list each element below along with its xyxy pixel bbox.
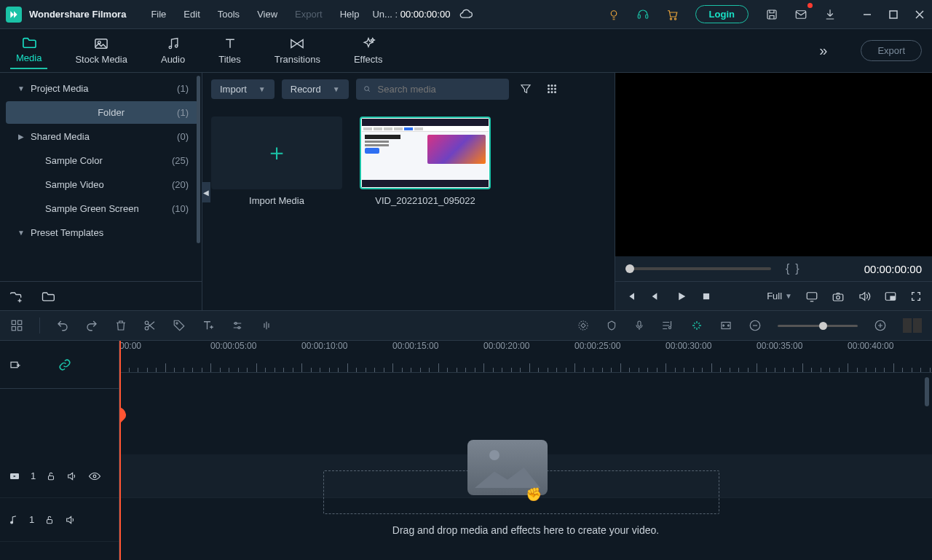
svg-point-16: [548, 88, 550, 90]
mute-icon[interactable]: [66, 470, 78, 482]
menu-file[interactable]: File: [143, 6, 173, 23]
video-track-row[interactable]: ✊ Drag and drop media and effects here t…: [119, 454, 932, 498]
zoom-out-icon[interactable]: [749, 319, 762, 332]
zoom-in-icon[interactable]: [874, 319, 887, 332]
record-dropdown[interactable]: Record▼: [282, 79, 349, 99]
download-icon[interactable]: [820, 4, 840, 25]
add-text-icon[interactable]: [202, 319, 215, 332]
adjust-icon[interactable]: [231, 319, 244, 332]
import-dropdown[interactable]: Import▼: [211, 79, 275, 99]
audio-wave-icon[interactable]: [260, 319, 273, 332]
prev-frame-icon[interactable]: [625, 291, 637, 302]
grid-view-icon[interactable]: [542, 79, 561, 98]
quality-dropdown[interactable]: Full▼: [767, 291, 792, 301]
sidebar-item[interactable]: ▼Preset Templates: [6, 221, 199, 244]
svg-point-3: [670, 17, 671, 19]
snapshot-icon[interactable]: [832, 291, 845, 302]
tag-icon[interactable]: [173, 319, 186, 332]
timeline-ruler[interactable]: 00:0000:00:05:0000:00:10:0000:00:15:0000…: [119, 341, 932, 373]
marker-icon[interactable]: [606, 319, 617, 332]
svg-point-18: [554, 88, 556, 90]
tab-titles[interactable]: Titles: [213, 33, 247, 68]
export-button[interactable]: Export: [861, 40, 922, 61]
save-icon[interactable]: [762, 4, 782, 25]
cart-icon[interactable]: [662, 4, 682, 25]
timeline-area[interactable]: 00:0000:00:05:0000:00:10:0000:00:15:0000…: [119, 341, 932, 560]
window-close[interactable]: [913, 8, 926, 21]
svg-point-4: [674, 17, 676, 19]
support-icon[interactable]: [633, 4, 653, 25]
layout-icon[interactable]: [10, 319, 23, 332]
login-button[interactable]: Login: [695, 5, 749, 23]
sidebar-item[interactable]: Sample Video(20): [6, 173, 199, 196]
tab-audio[interactable]: Audio: [155, 33, 191, 68]
sidebar-item[interactable]: Sample Green Screen(10): [6, 197, 199, 220]
redo-icon[interactable]: [85, 319, 98, 332]
message-icon[interactable]: [791, 4, 811, 25]
menu-tools[interactable]: Tools: [210, 6, 247, 23]
video-track-header[interactable]: 1: [0, 454, 119, 498]
window-maximize[interactable]: [887, 8, 900, 21]
sidebar-scrollbar[interactable]: [197, 76, 200, 243]
new-folder-plus-icon[interactable]: [9, 290, 23, 303]
search-media[interactable]: [356, 79, 509, 100]
folder-outline-icon[interactable]: [41, 290, 55, 303]
timeline-toolbar: [0, 310, 932, 341]
sidebar-item[interactable]: ▼Project Media(1): [6, 77, 199, 100]
grab-cursor-icon: ✊: [526, 486, 542, 502]
cloud-icon[interactable]: [456, 4, 476, 25]
play-icon[interactable]: [675, 290, 688, 303]
sidebar-item[interactable]: Sample Color(25): [6, 149, 199, 172]
zoom-slider[interactable]: [778, 325, 858, 327]
split-icon[interactable]: [143, 319, 157, 332]
preview-scrubber[interactable]: [625, 267, 771, 270]
link-icon[interactable]: [58, 358, 71, 371]
step-back-icon[interactable]: [650, 291, 662, 302]
window-minimize[interactable]: [861, 8, 874, 21]
aspect-toggle[interactable]: [903, 318, 922, 333]
more-tabs-icon[interactable]: »: [819, 42, 827, 59]
lock-icon[interactable]: [46, 470, 56, 482]
display-icon[interactable]: [805, 291, 818, 302]
preview-viewport[interactable]: [615, 73, 932, 256]
fit-icon[interactable]: [719, 320, 732, 331]
pip-icon[interactable]: [884, 291, 897, 302]
media-clip-card[interactable]: VID_20221021_095022: [360, 117, 491, 206]
mark-out-icon[interactable]: }: [795, 262, 799, 275]
undo-icon[interactable]: [56, 319, 69, 332]
eye-icon[interactable]: [88, 471, 101, 481]
mark-in-icon[interactable]: {: [786, 262, 789, 275]
auto-reframe-icon[interactable]: [690, 319, 703, 332]
mute-icon[interactable]: [65, 514, 76, 526]
svg-point-34: [176, 323, 178, 324]
add-track-icon[interactable]: [9, 358, 22, 371]
tab-transitions[interactable]: Transitions: [269, 33, 326, 68]
idea-icon[interactable]: [604, 4, 624, 25]
menu-help[interactable]: Help: [333, 6, 367, 23]
target-icon[interactable]: [577, 319, 590, 332]
audio-track-row[interactable]: [119, 542, 932, 560]
svg-point-46: [93, 475, 96, 478]
music-adjust-icon[interactable]: [661, 319, 674, 332]
menu-view[interactable]: View: [250, 6, 285, 23]
menu-export[interactable]: Export: [288, 6, 330, 23]
tab-stock-media[interactable]: Stock Media: [69, 33, 133, 68]
sidebar-item[interactable]: Folder(1): [6, 101, 199, 124]
volume-icon[interactable]: [858, 290, 871, 303]
lock-icon[interactable]: [44, 514, 55, 526]
collapse-sidebar-icon[interactable]: ◀: [202, 182, 210, 202]
sidebar-item[interactable]: ▶Shared Media(0): [6, 125, 199, 148]
mic-icon[interactable]: [633, 319, 645, 332]
search-input[interactable]: [376, 83, 502, 95]
tab-effects[interactable]: Effects: [348, 33, 389, 68]
stop-icon[interactable]: [701, 291, 711, 301]
audio-track-header[interactable]: 1: [0, 498, 119, 542]
tab-media[interactable]: Media: [10, 32, 47, 69]
delete-icon[interactable]: [114, 319, 127, 332]
menu-edit[interactable]: Edit: [176, 6, 207, 23]
playhead[interactable]: [119, 341, 121, 560]
filter-icon[interactable]: [516, 79, 535, 98]
fullscreen-icon[interactable]: [910, 291, 922, 302]
import-media-card[interactable]: ＋ Import Media: [211, 117, 342, 206]
preview-panel: { } 00:00:00:00 Full▼: [615, 73, 932, 310]
